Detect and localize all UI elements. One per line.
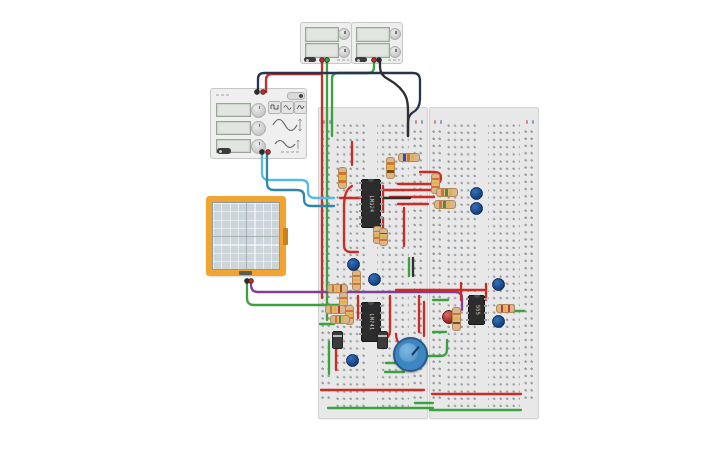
resistor-band bbox=[432, 182, 439, 184]
breadboard-2[interactable] bbox=[429, 107, 539, 419]
rail-positive-mark bbox=[434, 120, 436, 124]
diode[interactable] bbox=[332, 331, 343, 349]
resistor-band bbox=[447, 201, 449, 208]
resistor-band bbox=[380, 236, 387, 238]
resistor-band bbox=[334, 306, 336, 313]
breadboard-right-rails bbox=[524, 130, 536, 402]
resistor[interactable] bbox=[325, 305, 346, 314]
ceramic-capacitor[interactable] bbox=[368, 273, 381, 286]
resistor[interactable] bbox=[330, 315, 350, 324]
resistor[interactable] bbox=[379, 228, 388, 246]
function-generator[interactable] bbox=[210, 88, 307, 159]
rail-negative-mark bbox=[421, 120, 423, 124]
resistor-band bbox=[340, 285, 342, 292]
fg-amplitude-display bbox=[216, 121, 251, 135]
power-supply-1[interactable] bbox=[300, 22, 352, 64]
resistor-band bbox=[403, 154, 405, 161]
psu-power-button[interactable] bbox=[355, 57, 367, 62]
resistor-band bbox=[330, 306, 332, 313]
resistor-band bbox=[411, 154, 413, 161]
rail-positive-mark bbox=[323, 120, 325, 124]
circuit-canvas: LM324 LM741 555 bbox=[0, 0, 725, 453]
psu-fine-print bbox=[388, 59, 400, 61]
resistor-band bbox=[342, 316, 344, 323]
resistor-band bbox=[443, 201, 445, 208]
resistor[interactable] bbox=[434, 200, 456, 209]
resistor-band bbox=[453, 313, 460, 316]
resistor-band bbox=[387, 170, 394, 172]
psu-current-knob[interactable] bbox=[389, 46, 401, 58]
resistor-band bbox=[339, 172, 346, 174]
resistor-band bbox=[339, 316, 341, 323]
ceramic-capacitor[interactable] bbox=[492, 315, 505, 328]
ic-lm324[interactable]: LM324 bbox=[361, 179, 381, 228]
psu-current-display bbox=[356, 43, 390, 58]
rail-negative-mark bbox=[329, 120, 331, 124]
resistor[interactable] bbox=[386, 157, 395, 179]
ic-label: LM741 bbox=[368, 313, 374, 330]
resistor-band bbox=[501, 305, 503, 312]
fg-frequency-knob[interactable] bbox=[251, 103, 266, 118]
resistor-band bbox=[340, 301, 347, 303]
fg-output-toggle[interactable] bbox=[287, 92, 305, 100]
ceramic-capacitor[interactable] bbox=[346, 354, 359, 367]
psu-fine-print bbox=[337, 59, 349, 61]
offset-wave-icon bbox=[273, 137, 301, 156]
amplitude-wave-icon bbox=[271, 116, 303, 138]
potentiometer[interactable] bbox=[393, 337, 428, 372]
fg-amplitude-knob[interactable] bbox=[251, 121, 266, 136]
sine-wave-icon bbox=[283, 103, 292, 112]
resistor[interactable] bbox=[452, 307, 461, 331]
rail-positive-mark bbox=[526, 120, 528, 124]
resistor-band bbox=[353, 279, 360, 281]
resistor[interactable] bbox=[352, 270, 361, 291]
psu-voltage-knob[interactable] bbox=[338, 28, 350, 40]
breadboard-left-rails bbox=[321, 130, 333, 402]
power-supply-2[interactable] bbox=[351, 22, 403, 64]
breadboard-left-rails bbox=[432, 130, 444, 402]
oscilloscope[interactable] bbox=[206, 196, 286, 276]
fg-offset-knob[interactable] bbox=[251, 139, 266, 154]
fg-power-button[interactable] bbox=[217, 148, 231, 154]
psu-current-knob[interactable] bbox=[338, 46, 350, 58]
resistor-band bbox=[439, 201, 441, 208]
resistor-band bbox=[353, 283, 360, 285]
breadboard-center-channel bbox=[479, 122, 488, 410]
rail-negative-mark bbox=[440, 120, 442, 124]
sine-wave-button[interactable] bbox=[281, 101, 294, 114]
resistor[interactable] bbox=[496, 304, 515, 313]
triangle-wave-button[interactable] bbox=[294, 101, 307, 114]
square-wave-button[interactable] bbox=[268, 101, 281, 114]
ic-555-timer[interactable]: 555 bbox=[468, 295, 485, 325]
ic-notch bbox=[474, 295, 480, 298]
resistor-band bbox=[449, 189, 451, 196]
scope-terminal-2[interactable] bbox=[249, 279, 254, 284]
resistor-band bbox=[346, 310, 353, 312]
ceramic-capacitor[interactable] bbox=[470, 187, 483, 200]
ic-notch bbox=[368, 302, 374, 305]
resistor-band bbox=[407, 154, 409, 161]
resistor[interactable] bbox=[398, 153, 420, 162]
psu-voltage-knob[interactable] bbox=[389, 28, 401, 40]
fg-brand-print bbox=[216, 94, 230, 96]
ic-label: LM324 bbox=[368, 195, 374, 212]
resistor[interactable] bbox=[338, 167, 347, 189]
fg-fine-print bbox=[281, 151, 299, 153]
resistor-band bbox=[432, 178, 439, 180]
psu-power-button[interactable] bbox=[304, 57, 316, 62]
ceramic-capacitor[interactable] bbox=[492, 278, 505, 291]
ic-notch bbox=[368, 179, 374, 182]
resistor-band bbox=[445, 189, 447, 196]
scope-terminal-1[interactable] bbox=[245, 279, 250, 284]
resistor-band bbox=[332, 285, 334, 292]
fg-frequency-display bbox=[216, 103, 251, 117]
resistor[interactable] bbox=[436, 188, 458, 197]
ceramic-capacitor[interactable] bbox=[470, 202, 483, 215]
ceramic-capacitor[interactable] bbox=[347, 258, 360, 271]
oscilloscope-probe-port bbox=[239, 271, 252, 275]
resistor-band bbox=[453, 317, 460, 320]
psu-current-display bbox=[305, 43, 339, 58]
diode[interactable] bbox=[377, 331, 388, 349]
rail-positive-mark bbox=[415, 120, 417, 124]
resistor-band bbox=[453, 322, 460, 325]
